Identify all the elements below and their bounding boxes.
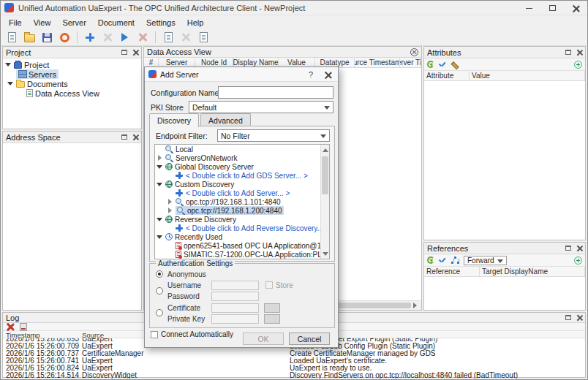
expander-icon[interactable] bbox=[157, 216, 163, 223]
tree-item-add-reverse-discovery[interactable]: < Double click to Add Reverse Discovery.… bbox=[155, 224, 329, 232]
column-header[interactable]: ource Timestamp bbox=[355, 58, 400, 67]
log-row[interactable]: 2026/1/6 15:26:00.741UaExpertLoaded UaEx… bbox=[3, 357, 585, 364]
close-panel-icon[interactable] bbox=[576, 50, 582, 56]
pen-icon[interactable] bbox=[451, 61, 459, 69]
tree-item-add-gds-server[interactable]: < Double click to Add GDS Server... > bbox=[155, 171, 329, 180]
tree-item-servers-on-network[interactable]: ServersOnNetwork bbox=[155, 153, 329, 162]
float-panel-icon[interactable] bbox=[121, 134, 127, 140]
log-row[interactable]: 2026/1/6 15:26:14.514DiscoveryWidgetDisc… bbox=[3, 371, 585, 379]
log-options-icon[interactable] bbox=[20, 323, 27, 331]
help-button[interactable]: ? bbox=[304, 69, 317, 80]
refresh-icon[interactable] bbox=[427, 61, 434, 68]
main-toolbar bbox=[1, 29, 587, 46]
expander-icon[interactable] bbox=[157, 234, 163, 240]
tab-discovery[interactable]: Discovery bbox=[149, 113, 199, 127]
scroll-right-button[interactable] bbox=[412, 301, 421, 310]
column-header[interactable]: Target DisplayName bbox=[480, 267, 585, 276]
references-column-headers: Reference Target DisplayName bbox=[424, 267, 585, 277]
project-tree: Project Servers Documents Data Access Vi… bbox=[3, 58, 141, 98]
pki-store-select[interactable]: Default bbox=[189, 101, 333, 113]
circle-plus-icon[interactable] bbox=[574, 61, 582, 69]
expander-icon[interactable] bbox=[7, 80, 14, 87]
check-icon[interactable] bbox=[439, 256, 447, 265]
tree-item-server-200[interactable]: opc.tcp://192.168.1.200:4840 bbox=[155, 206, 329, 215]
close-panel-icon[interactable] bbox=[576, 246, 582, 251]
expander-icon[interactable] bbox=[157, 155, 163, 162]
export-document-button[interactable] bbox=[196, 30, 211, 45]
float-panel-icon[interactable] bbox=[565, 315, 571, 320]
log-row[interactable]: 2026/1/6 15:26:00.737CertificateManagerC… bbox=[3, 349, 585, 357]
expander-icon[interactable] bbox=[167, 199, 173, 205]
add-server-button[interactable] bbox=[83, 30, 97, 45]
float-panel-icon[interactable] bbox=[565, 246, 571, 251]
circle-plus-icon[interactable] bbox=[574, 256, 582, 265]
tree-item-reverse-discovery[interactable]: Reverse Discovery bbox=[155, 215, 329, 224]
tab-advanced[interactable]: Advanced bbox=[200, 113, 251, 126]
menu-view[interactable]: View bbox=[28, 17, 57, 28]
tree-item-project[interactable]: Project bbox=[3, 60, 141, 69]
config-name-input[interactable] bbox=[218, 86, 333, 99]
column-header[interactable]: Reference bbox=[424, 267, 480, 276]
column-header[interactable]: erver Tir bbox=[400, 58, 421, 67]
connect-server-button[interactable] bbox=[118, 30, 132, 45]
connect-automatically-checkbox[interactable] bbox=[151, 331, 158, 338]
expander-icon[interactable] bbox=[167, 208, 173, 214]
close-panel-icon[interactable] bbox=[132, 134, 138, 140]
float-panel-icon[interactable] bbox=[121, 50, 127, 55]
vertical-scrollbar[interactable] bbox=[320, 145, 329, 259]
plus-icon bbox=[176, 224, 184, 232]
certificate-radio[interactable] bbox=[156, 309, 163, 316]
column-header[interactable]: Attribute bbox=[424, 71, 470, 80]
dialog-close-button[interactable] bbox=[321, 69, 334, 80]
minimize-button[interactable] bbox=[517, 1, 540, 15]
close-panel-icon[interactable] bbox=[576, 315, 582, 321]
forward-select[interactable]: Forward bbox=[464, 256, 507, 265]
tree-item-recently-used[interactable]: Recently Used bbox=[155, 232, 329, 241]
ua-logo-button[interactable] bbox=[57, 30, 72, 45]
graph-icon[interactable] bbox=[451, 256, 459, 265]
menu-server[interactable]: Server bbox=[56, 17, 91, 28]
close-document-icon[interactable] bbox=[410, 48, 418, 56]
refresh-icon[interactable] bbox=[427, 256, 434, 264]
maximize-button[interactable] bbox=[540, 1, 564, 15]
menu-file[interactable]: File bbox=[3, 17, 28, 28]
scrollbar-thumb[interactable] bbox=[322, 156, 328, 194]
tree-item-add-server[interactable]: < Double click to Add Server... > bbox=[155, 189, 329, 197]
remove-icon bbox=[103, 33, 112, 42]
check-icon[interactable] bbox=[439, 61, 447, 69]
expander-icon[interactable] bbox=[5, 61, 12, 68]
expander-icon[interactable] bbox=[157, 181, 163, 188]
magnifier-icon bbox=[165, 154, 173, 162]
tree-item-open62541-server[interactable]: open62541-based OPC UA Application@192..… bbox=[155, 241, 329, 250]
save-project-button[interactable] bbox=[39, 30, 54, 45]
anonymous-radio[interactable] bbox=[156, 270, 163, 278]
clear-log-icon[interactable] bbox=[6, 323, 14, 331]
close-button[interactable] bbox=[564, 1, 587, 15]
username-password-radio[interactable] bbox=[156, 287, 163, 294]
menu-settings[interactable]: Settings bbox=[140, 17, 181, 28]
tree-item-global-discovery-server[interactable]: Global Discovery Server bbox=[155, 162, 329, 171]
tree-item-data-access-view[interactable]: Data Access View bbox=[3, 88, 141, 98]
new-project-button[interactable] bbox=[4, 30, 19, 45]
tree-item-local[interactable]: Local bbox=[155, 145, 329, 153]
tree-item-simatic-server[interactable]: SIMATIC.S7-1200.OPC-UA.Application:PLC_1… bbox=[155, 250, 329, 259]
close-panel-icon[interactable] bbox=[132, 50, 138, 56]
menu-document[interactable]: Document bbox=[92, 17, 140, 28]
tree-item-custom-discovery[interactable]: Custom Discovery bbox=[155, 180, 329, 189]
scroll-up-button[interactable] bbox=[321, 145, 330, 152]
float-panel-icon[interactable] bbox=[565, 50, 571, 55]
scroll-down-button[interactable] bbox=[321, 251, 330, 259]
tree-item-server-101[interactable]: opc.tcp://192.168.1.101:4840 bbox=[155, 197, 329, 206]
add-document-button[interactable] bbox=[161, 30, 176, 45]
open-project-button[interactable] bbox=[22, 30, 37, 45]
tree-item-servers[interactable]: Servers bbox=[3, 69, 141, 79]
tree-item-documents[interactable]: Documents bbox=[3, 79, 141, 88]
save-icon bbox=[42, 33, 52, 42]
magnifier-icon bbox=[165, 145, 173, 153]
cancel-button[interactable]: Cancel bbox=[289, 332, 330, 345]
menu-help[interactable]: Help bbox=[181, 17, 210, 28]
endpoint-filter-select[interactable]: No Filter bbox=[217, 129, 330, 142]
column-header[interactable]: Value bbox=[470, 71, 585, 80]
expander-icon[interactable] bbox=[157, 164, 163, 170]
log-row[interactable]: 2026/1/6 15:26:00.824UaExpertUaExpert is… bbox=[3, 364, 585, 371]
